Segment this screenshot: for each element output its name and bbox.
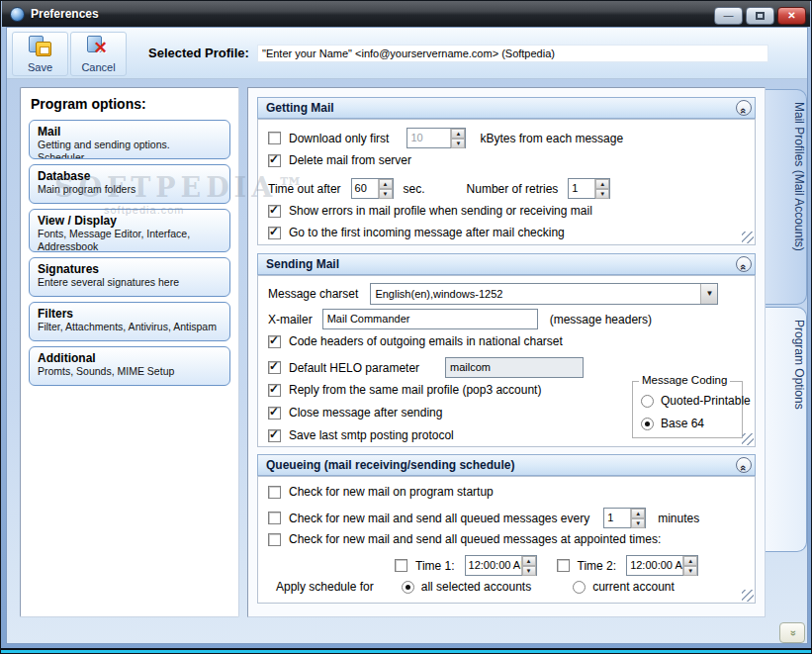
sidebar-item-additional[interactable]: Additional Promts, Sounds, MIME Setup <box>29 346 230 386</box>
cancel-button[interactable]: ✕ Cancel <box>70 32 127 76</box>
show-errors-checkbox[interactable] <box>268 205 281 218</box>
reply-same-profile-label: Reply from the same mail profile (pop3 a… <box>289 383 541 397</box>
tab-mail-profiles-label: Mail Profiles (Mail Accounts) <box>792 102 806 251</box>
getting-mail-header: Getting Mail « <box>257 97 756 119</box>
delete-mail-label: Delete mail from server <box>289 153 411 167</box>
time1-field[interactable]: 12:00:00 AM ▲▼ <box>465 555 537 576</box>
retries-spinner[interactable]: 1 ▲▼ <box>568 178 610 199</box>
tab-mail-profiles[interactable]: Mail Profiles (Mail Accounts) <box>766 89 807 305</box>
tab-program-options[interactable]: Program Options <box>766 307 807 552</box>
resize-grip[interactable] <box>742 433 754 445</box>
sidebar-heading: Program options: <box>31 96 146 112</box>
sidebar-item-subtitle: Getting and sending options. Scheduler. <box>38 139 222 159</box>
getting-mail-collapse-button[interactable]: « <box>736 100 752 116</box>
spin-down-icon[interactable]: ▼ <box>595 189 609 199</box>
dropdown-arrow-icon[interactable]: ▼ <box>700 284 717 304</box>
check-on-startup-checkbox[interactable] <box>268 486 281 499</box>
selected-profile-field[interactable]: "Enter your Name" <info@yourservername.c… <box>257 45 768 62</box>
time2-checkbox[interactable] <box>557 559 570 572</box>
quoted-printable-label: Quoted-Printable <box>661 394 751 408</box>
timeout-unit-label: sec. <box>404 182 425 196</box>
xmailer-field[interactable]: Mail Commander <box>322 309 538 329</box>
options-panel: Getting Mail « Download only first 10 ▲▼… <box>247 87 766 617</box>
spin-down-icon[interactable]: ▼ <box>631 518 645 528</box>
sidebar-item-title: Additional <box>38 351 222 365</box>
spin-up-icon[interactable]: ▲ <box>451 129 465 139</box>
toolbar: Save ✕ Cancel Selected Profile: "Enter y… <box>7 28 807 79</box>
sending-mail-collapse-button[interactable]: « <box>736 256 752 272</box>
show-errors-label: Show errors in mail profile when sending… <box>289 204 592 218</box>
spin-up-icon[interactable]: ▲ <box>379 179 393 189</box>
expand-icon: « <box>783 630 801 636</box>
spin-down-icon[interactable]: ▼ <box>522 566 536 576</box>
window-bottom-highlight <box>1 650 811 653</box>
queueing-collapse-button[interactable]: « <box>736 457 752 473</box>
sidebar-item-database[interactable]: Database Main program folders <box>29 164 230 204</box>
collapse-icon: « <box>737 264 751 270</box>
sidebar-item-title: Signatures <box>38 262 222 276</box>
check-every-unit-label: minutes <box>658 512 699 525</box>
spin-down-icon[interactable]: ▼ <box>379 189 393 199</box>
spin-down-icon[interactable]: ▼ <box>451 139 465 148</box>
sidebar-item-view-display[interactable]: View / Display Fonts, Message Editor, In… <box>29 209 230 252</box>
current-account-label: current account <box>592 580 675 594</box>
reply-same-profile-checkbox[interactable] <box>268 384 281 397</box>
close-after-sending-checkbox[interactable] <box>268 407 281 420</box>
sidebar-item-title: View / Display <box>38 214 222 228</box>
collapse-icon: « <box>737 465 751 471</box>
timeout-spinner[interactable]: 60 ▲▼ <box>351 178 394 199</box>
sidebar-item-mail[interactable]: Mail Getting and sending options. Schedu… <box>29 120 230 159</box>
sidebar-item-signatures[interactable]: Signatures Entere several signatures her… <box>29 257 230 297</box>
delete-mail-checkbox[interactable] <box>268 154 281 167</box>
spin-up-icon[interactable]: ▲ <box>631 509 645 518</box>
base64-radio[interactable] <box>641 418 654 430</box>
apply-schedule-label: Apply schedule for <box>276 580 374 594</box>
message-coding-groupbox: Message Coding Quoted-Printable Base 64 <box>632 381 743 438</box>
collapse-icon: « <box>737 108 751 114</box>
message-coding-title: Message Coding <box>639 374 730 386</box>
spin-up-icon[interactable]: ▲ <box>595 179 609 189</box>
time1-checkbox[interactable] <box>395 559 407 572</box>
all-accounts-radio[interactable] <box>402 581 414 594</box>
tab-program-options-label: Program Options <box>792 320 806 410</box>
code-headers-checkbox[interactable] <box>268 335 281 348</box>
spin-down-icon[interactable]: ▼ <box>683 566 697 576</box>
time2-field[interactable]: 12:00:00 AM ▲▼ <box>626 555 698 576</box>
charset-label: Message charset <box>268 287 358 301</box>
selected-profile-label: Selected Profile: <box>148 46 249 60</box>
close-button[interactable]: ✕ <box>777 7 806 25</box>
app-globe-icon <box>10 7 25 22</box>
appointed-times-label: Check for new mail and send all queued m… <box>289 532 661 546</box>
download-only-first-label: Download only first <box>289 132 389 145</box>
charset-dropdown[interactable]: English(en),windows-1252 ▼ <box>370 283 718 305</box>
helo-checkbox[interactable] <box>268 361 281 374</box>
expand-corner-button[interactable]: « <box>779 622 805 643</box>
minimize-icon: — <box>724 10 734 21</box>
resize-grip[interactable] <box>742 590 754 602</box>
title-bar[interactable]: Preferences — ✕ <box>2 1 810 27</box>
minimize-button[interactable]: — <box>714 7 743 25</box>
sidebar-item-subtitle: Promts, Sounds, MIME Setup <box>38 365 222 378</box>
spin-up-icon[interactable]: ▲ <box>683 556 697 566</box>
check-every-checkbox[interactable] <box>268 512 281 524</box>
sidebar-item-title: Database <box>38 169 222 183</box>
preferences-window: Preferences — ✕ Save ✕ Cancel Selected P… <box>0 0 812 654</box>
check-every-spinner[interactable]: 1 ▲▼ <box>603 508 646 528</box>
current-account-radio[interactable] <box>573 581 586 594</box>
maximize-button[interactable] <box>746 7 774 25</box>
helo-field[interactable]: mailcom <box>445 357 584 378</box>
goto-first-checkbox[interactable] <box>268 227 281 239</box>
download-kbytes-spinner[interactable]: 10 ▲▼ <box>406 128 466 148</box>
window-title: Preferences <box>31 7 99 21</box>
save-smtp-checkbox[interactable] <box>268 429 281 442</box>
maximize-icon <box>756 12 765 20</box>
resize-grip[interactable] <box>742 232 754 243</box>
queueing-header: Queueing (mail receiving/sending schedul… <box>257 454 756 476</box>
sidebar: Program options: Mail Getting and sendin… <box>20 87 239 617</box>
spin-up-icon[interactable]: ▲ <box>522 556 536 566</box>
sidebar-item-filters[interactable]: Filters Filter, Attachments, Antivirus, … <box>29 302 230 341</box>
appointed-times-checkbox[interactable] <box>268 533 281 546</box>
quoted-printable-radio[interactable] <box>641 395 654 408</box>
download-only-first-checkbox[interactable] <box>268 132 281 144</box>
save-button[interactable]: Save <box>12 32 68 76</box>
